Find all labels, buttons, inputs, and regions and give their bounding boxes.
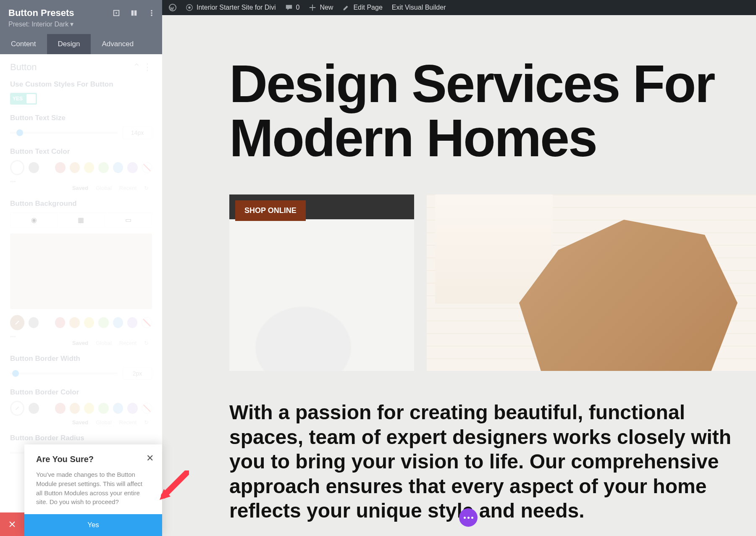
swatch-orange[interactable] (70, 162, 80, 173)
shop-online-button[interactable]: SHOP ONLINE (235, 200, 306, 221)
tab-content[interactable]: Content (0, 34, 47, 54)
border-width-label: Button Border Width (10, 355, 152, 363)
cancel-button[interactable] (0, 512, 24, 536)
close-icon[interactable]: ✕ (146, 453, 154, 464)
swatch-none[interactable] (142, 162, 152, 173)
swatch-green[interactable] (98, 317, 108, 328)
swatch-blue[interactable] (113, 162, 123, 173)
intro-paragraph: With a passion for creating beautiful, f… (229, 400, 756, 523)
page-canvas[interactable]: Design Services For Modern Homes SHOP ON… (162, 15, 756, 536)
border-width-slider[interactable] (10, 373, 118, 374)
chevron-up-icon: ⌃ ⋮ (133, 62, 152, 73)
expand-icon[interactable] (113, 9, 120, 18)
border-radius-label: Button Border Radius (10, 434, 152, 442)
confirm-yes-button[interactable]: Yes (24, 514, 162, 536)
background-label: Button Background (10, 200, 152, 208)
swatch-gray[interactable] (29, 162, 39, 173)
preset-selector[interactable]: Preset: Interior Dark ▾ (8, 20, 154, 28)
swatch-none[interactable] (142, 317, 152, 328)
svg-rect-6 (134, 11, 136, 16)
tab-design[interactable]: Design (47, 34, 91, 54)
swatch-orange[interactable] (70, 403, 80, 414)
swatch-none[interactable] (142, 403, 152, 414)
text-color-label: Button Text Color (10, 147, 152, 156)
swatch-yellow[interactable] (84, 403, 94, 414)
reset-icon[interactable]: ↻ (144, 185, 149, 191)
background-preview[interactable] (10, 234, 152, 309)
settings-sidebar: Button Presets Preset: Interior Dark ▾ C… (0, 0, 162, 536)
text-color-current[interactable] (10, 160, 24, 175)
layout-icon[interactable] (130, 9, 138, 18)
section-button-title[interactable]: Button ⌃ ⋮ (10, 62, 152, 73)
confirm-text: You've made changes to the Button Module… (36, 470, 150, 507)
border-color-label: Button Border Color (10, 388, 152, 397)
swatch-red[interactable] (55, 317, 65, 328)
new-link[interactable]: New (309, 4, 333, 11)
bg-color-current[interactable] (10, 315, 24, 330)
hero-image-2 (427, 194, 756, 371)
text-color-swatches[interactable] (10, 160, 152, 175)
color-badges: Saved Global Recent ↻ (10, 185, 152, 191)
confirm-title: Are You Sure? (36, 455, 150, 464)
text-size-label: Button Text Size (10, 114, 152, 122)
reset-icon[interactable]: ↻ (144, 340, 149, 346)
builder-fab[interactable] (459, 508, 478, 527)
site-name-link[interactable]: Interior Starter Site for Divi (186, 4, 276, 11)
border-color-swatches[interactable] (10, 401, 152, 416)
swatch-orange[interactable] (69, 317, 79, 328)
bg-tab-color[interactable]: ◉ (10, 213, 58, 227)
tab-advanced[interactable]: Advanced (91, 34, 144, 54)
annotation-arrow (155, 470, 189, 506)
use-custom-toggle[interactable]: YES (10, 93, 37, 105)
sidebar-tabs: Content Design Advanced (0, 34, 162, 54)
swatch-purple[interactable] (127, 162, 137, 173)
edit-page-link[interactable]: Edit Page (342, 4, 382, 11)
swatch-blue[interactable] (113, 403, 123, 414)
swatch-yellow[interactable] (84, 317, 94, 328)
text-size-value[interactable]: 14px (123, 126, 152, 139)
svg-point-7 (151, 10, 152, 12)
swatch-purple[interactable] (127, 403, 137, 414)
hero-image-1: SHOP ONLINE (229, 194, 414, 371)
svg-point-4 (116, 12, 117, 14)
swatch-green[interactable] (98, 162, 108, 173)
swatch-red[interactable] (55, 403, 65, 414)
border-width-value[interactable]: 2px (123, 367, 152, 380)
exit-visual-builder-link[interactable]: Exit Visual Builder (392, 4, 446, 11)
bg-tab-gradient[interactable]: ▦ (58, 213, 105, 227)
use-custom-label: Use Custom Styles For Button (10, 80, 152, 89)
bg-tab-image[interactable]: ▭ (105, 213, 152, 227)
border-color-current[interactable] (10, 401, 24, 416)
wp-admin-bar[interactable]: Interior Starter Site for Divi 0 New Edi… (162, 0, 756, 15)
swatch-red[interactable] (55, 162, 65, 173)
background-tabs[interactable]: ◉ ▦ ▭ (10, 212, 152, 228)
svg-point-9 (151, 15, 152, 16)
hero-images-row: SHOP ONLINE (229, 194, 756, 371)
chevron-down-icon: ▾ (70, 20, 74, 28)
comments-link[interactable]: 0 (285, 4, 300, 11)
bg-badges: Saved Global Recent ↻ (10, 340, 152, 346)
swatch-yellow[interactable] (84, 162, 94, 173)
wp-logo-icon[interactable] (169, 4, 176, 11)
swatch-green[interactable] (98, 403, 108, 414)
svg-rect-5 (131, 11, 134, 16)
swatch-gray[interactable] (29, 317, 39, 328)
confirm-modal: ✕ Are You Sure? You've made changes to t… (24, 444, 162, 536)
sidebar-header: Button Presets Preset: Interior Dark ▾ (0, 0, 162, 34)
swatch-blue[interactable] (113, 317, 123, 328)
swatch-gray[interactable] (29, 403, 39, 414)
svg-point-8 (151, 12, 152, 14)
hero-heading: Design Services For Modern Homes (229, 57, 756, 165)
reset-icon[interactable]: ↻ (144, 419, 149, 426)
text-size-slider[interactable] (10, 132, 118, 134)
comments-count: 0 (296, 4, 300, 11)
kebab-menu-icon[interactable] (148, 9, 155, 18)
bg-color-swatches[interactable] (10, 315, 152, 330)
swatch-purple[interactable] (127, 317, 137, 328)
border-color-badges: Saved Global Recent ↻ (10, 419, 152, 426)
site-name: Interior Starter Site for Divi (197, 4, 276, 11)
svg-point-2 (188, 6, 190, 8)
